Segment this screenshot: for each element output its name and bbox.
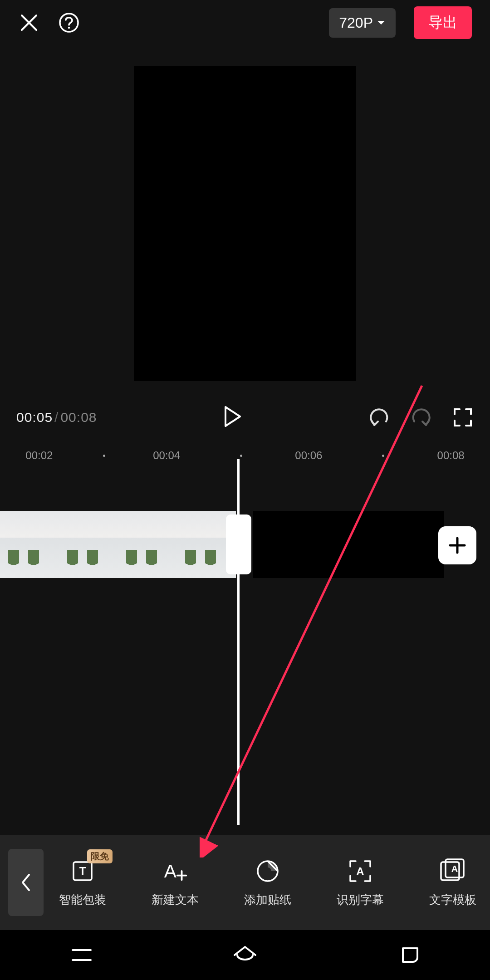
preview-area <box>0 45 490 399</box>
back-icon <box>397 946 420 965</box>
tool-smart-package[interactable]: 限免 T 智能包装 <box>59 858 106 908</box>
svg-text:T: T <box>79 865 86 877</box>
play-icon <box>224 406 242 427</box>
new-text-icon: A <box>162 858 189 885</box>
fullscreen-button[interactable] <box>452 407 474 428</box>
tool-add-sticker[interactable]: 添加贴纸 <box>244 858 291 908</box>
tool-label: 文字模板 <box>429 892 476 908</box>
tool-new-text[interactable]: A 新建文本 <box>152 858 199 908</box>
svg-text:A: A <box>356 865 364 877</box>
sticker-icon <box>254 858 281 885</box>
ruler-tick: 00:02 <box>25 449 53 462</box>
nav-menu-button[interactable] <box>64 944 100 966</box>
system-nav-bar <box>0 930 490 980</box>
tool-label: 智能包装 <box>59 892 106 908</box>
timeline-ruler[interactable]: 00:02 00:04 00:06 00:08 <box>0 442 490 469</box>
tool-text-template[interactable]: A 文字模板 <box>429 858 476 908</box>
add-clip-button[interactable] <box>438 526 476 564</box>
svg-point-0 <box>60 14 78 32</box>
close-icon <box>19 13 39 33</box>
menu-icon <box>70 946 93 964</box>
play-button[interactable] <box>224 406 242 429</box>
total-time: 00:08 <box>60 410 97 425</box>
help-icon <box>59 12 79 33</box>
video-preview[interactable] <box>134 66 356 381</box>
player-controls: 00:05/00:08 <box>0 399 490 436</box>
toolbar-back-button[interactable] <box>8 849 44 916</box>
tool-recognize-subtitle[interactable]: A 识别字幕 <box>337 858 384 908</box>
svg-text:A: A <box>164 860 177 881</box>
tool-label: 添加贴纸 <box>244 892 291 908</box>
svg-text:A: A <box>451 864 458 874</box>
empty-track[interactable] <box>253 511 444 578</box>
video-frame <box>118 511 177 578</box>
resolution-label: 720P <box>339 15 373 31</box>
video-frame <box>59 511 118 578</box>
redo-icon <box>411 408 431 427</box>
home-icon <box>233 945 257 965</box>
time-display: 00:05/00:08 <box>16 410 97 425</box>
help-button[interactable] <box>58 12 80 34</box>
video-track[interactable] <box>0 511 236 578</box>
recognize-subtitle-icon: A <box>347 858 374 885</box>
timeline[interactable] <box>0 483 490 619</box>
nav-home-button[interactable] <box>227 944 263 966</box>
video-frame <box>0 511 59 578</box>
playhead[interactable] <box>237 459 240 825</box>
chevron-down-icon <box>377 20 386 26</box>
close-button[interactable] <box>18 12 40 34</box>
export-button[interactable]: 导出 <box>414 6 472 39</box>
undo-button[interactable] <box>368 407 390 428</box>
tool-label: 新建文本 <box>152 892 199 908</box>
export-label: 导出 <box>428 14 457 30</box>
fullscreen-icon <box>453 408 472 427</box>
tool-label: 识别字幕 <box>337 892 384 908</box>
redo-button[interactable] <box>410 407 432 428</box>
chevron-left-icon <box>20 873 32 892</box>
ruler-tick: 00:04 <box>153 449 180 462</box>
nav-back-button[interactable] <box>390 944 426 966</box>
plus-icon <box>448 536 467 555</box>
text-template-icon: A <box>439 858 466 885</box>
ruler-tick: 00:08 <box>437 449 465 462</box>
ruler-tick: 00:06 <box>295 449 322 462</box>
bottom-toolbar: 限免 T 智能包装 A 新建文本 添加贴纸 A 识别字幕 A <box>0 835 490 930</box>
free-badge: 限免 <box>87 849 113 863</box>
svg-point-1 <box>68 27 70 29</box>
current-time: 00:05 <box>16 410 53 425</box>
undo-icon <box>369 408 390 427</box>
resolution-selector[interactable]: 720P <box>329 8 396 38</box>
